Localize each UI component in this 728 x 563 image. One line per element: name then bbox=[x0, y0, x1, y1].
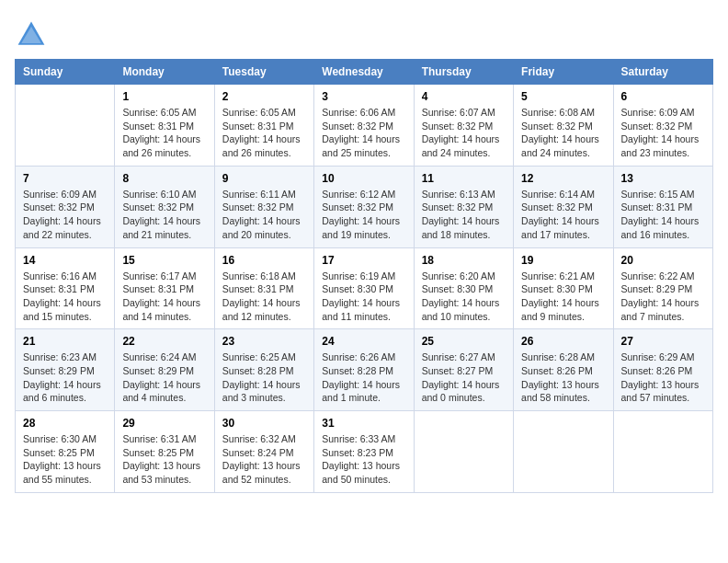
day-number: 12 bbox=[521, 172, 605, 185]
day-number: 26 bbox=[521, 335, 605, 348]
day-number: 29 bbox=[122, 417, 206, 430]
calendar-cell: 2Sunrise: 6:05 AMSunset: 8:31 PMDaylight… bbox=[214, 85, 313, 167]
day-info: Sunrise: 6:11 AMSunset: 8:32 PMDaylight:… bbox=[222, 188, 306, 242]
calendar-table: SundayMondayTuesdayWednesdayThursdayFrid… bbox=[15, 59, 713, 493]
day-number: 16 bbox=[222, 254, 306, 267]
day-info: Sunrise: 6:31 AMSunset: 8:25 PMDaylight:… bbox=[122, 432, 206, 487]
day-number: 8 bbox=[122, 172, 206, 185]
calendar-cell: 6Sunrise: 6:09 AMSunset: 8:32 PMDaylight… bbox=[613, 85, 712, 167]
logo-icon bbox=[15, 18, 48, 52]
week-row-2: 7Sunrise: 6:09 AMSunset: 8:32 PMDaylight… bbox=[16, 166, 713, 247]
day-info: Sunrise: 6:21 AMSunset: 8:30 PMDaylight:… bbox=[521, 270, 605, 324]
header-row: SundayMondayTuesdayWednesdayThursdayFrid… bbox=[16, 60, 713, 85]
day-number: 13 bbox=[621, 172, 705, 185]
day-info: Sunrise: 6:30 AMSunset: 8:25 PMDaylight:… bbox=[23, 432, 107, 487]
header-cell-thursday: Thursday bbox=[414, 60, 513, 85]
day-number: 1 bbox=[122, 90, 206, 103]
day-number: 15 bbox=[122, 254, 206, 267]
header-cell-saturday: Saturday bbox=[613, 60, 712, 85]
day-number: 3 bbox=[322, 90, 405, 103]
day-info: Sunrise: 6:08 AMSunset: 8:32 PMDaylight:… bbox=[521, 106, 605, 160]
calendar-cell bbox=[514, 411, 613, 493]
day-info: Sunrise: 6:13 AMSunset: 8:32 PMDaylight:… bbox=[422, 188, 506, 242]
day-info: Sunrise: 6:17 AMSunset: 8:31 PMDaylight:… bbox=[122, 270, 206, 324]
week-row-3: 14Sunrise: 6:16 AMSunset: 8:31 PMDayligh… bbox=[16, 247, 713, 329]
day-number: 28 bbox=[23, 417, 107, 430]
calendar-cell: 29Sunrise: 6:31 AMSunset: 8:25 PMDayligh… bbox=[115, 411, 214, 493]
day-number: 31 bbox=[322, 417, 405, 430]
calendar-cell: 8Sunrise: 6:10 AMSunset: 8:32 PMDaylight… bbox=[115, 166, 214, 247]
week-row-1: 1Sunrise: 6:05 AMSunset: 8:31 PMDaylight… bbox=[16, 85, 713, 167]
logo bbox=[15, 18, 51, 52]
day-info: Sunrise: 6:18 AMSunset: 8:31 PMDaylight:… bbox=[222, 270, 306, 324]
calendar-header: SundayMondayTuesdayWednesdayThursdayFrid… bbox=[16, 60, 713, 85]
day-number: 30 bbox=[222, 417, 306, 430]
day-info: Sunrise: 6:05 AMSunset: 8:31 PMDaylight:… bbox=[122, 106, 206, 160]
calendar-cell: 7Sunrise: 6:09 AMSunset: 8:32 PMDaylight… bbox=[16, 166, 115, 247]
day-number: 20 bbox=[621, 254, 705, 267]
day-number: 21 bbox=[23, 335, 107, 348]
day-number: 14 bbox=[23, 254, 107, 267]
day-info: Sunrise: 6:10 AMSunset: 8:32 PMDaylight:… bbox=[122, 188, 206, 242]
calendar-cell bbox=[613, 411, 712, 493]
calendar-cell: 20Sunrise: 6:22 AMSunset: 8:29 PMDayligh… bbox=[613, 247, 712, 329]
day-info: Sunrise: 6:07 AMSunset: 8:32 PMDaylight:… bbox=[422, 106, 506, 160]
calendar-cell: 14Sunrise: 6:16 AMSunset: 8:31 PMDayligh… bbox=[16, 247, 115, 329]
calendar-cell: 10Sunrise: 6:12 AMSunset: 8:32 PMDayligh… bbox=[314, 166, 414, 247]
day-number: 11 bbox=[422, 172, 506, 185]
calendar-cell: 18Sunrise: 6:20 AMSunset: 8:30 PMDayligh… bbox=[414, 247, 513, 329]
day-number: 17 bbox=[322, 254, 405, 267]
day-info: Sunrise: 6:16 AMSunset: 8:31 PMDaylight:… bbox=[23, 270, 107, 324]
page-header bbox=[15, 15, 713, 52]
day-number: 23 bbox=[222, 335, 306, 348]
header-cell-wednesday: Wednesday bbox=[314, 60, 414, 85]
calendar-cell bbox=[414, 411, 513, 493]
day-number: 9 bbox=[222, 172, 306, 185]
calendar-cell: 28Sunrise: 6:30 AMSunset: 8:25 PMDayligh… bbox=[16, 411, 115, 493]
day-info: Sunrise: 6:26 AMSunset: 8:28 PMDaylight:… bbox=[322, 350, 405, 405]
week-row-4: 21Sunrise: 6:23 AMSunset: 8:29 PMDayligh… bbox=[16, 329, 713, 411]
day-info: Sunrise: 6:09 AMSunset: 8:32 PMDaylight:… bbox=[621, 106, 705, 160]
day-info: Sunrise: 6:28 AMSunset: 8:26 PMDaylight:… bbox=[521, 350, 605, 405]
calendar-cell: 26Sunrise: 6:28 AMSunset: 8:26 PMDayligh… bbox=[514, 329, 613, 411]
day-number: 10 bbox=[322, 172, 405, 185]
calendar-cell: 30Sunrise: 6:32 AMSunset: 8:24 PMDayligh… bbox=[214, 411, 313, 493]
calendar-cell: 23Sunrise: 6:25 AMSunset: 8:28 PMDayligh… bbox=[214, 329, 313, 411]
header-cell-friday: Friday bbox=[514, 60, 613, 85]
week-row-5: 28Sunrise: 6:30 AMSunset: 8:25 PMDayligh… bbox=[16, 411, 713, 493]
day-info: Sunrise: 6:14 AMSunset: 8:32 PMDaylight:… bbox=[521, 188, 605, 242]
calendar-cell bbox=[16, 85, 115, 167]
day-info: Sunrise: 6:05 AMSunset: 8:31 PMDaylight:… bbox=[222, 106, 306, 160]
calendar-cell: 11Sunrise: 6:13 AMSunset: 8:32 PMDayligh… bbox=[414, 166, 513, 247]
day-number: 27 bbox=[621, 335, 705, 348]
day-info: Sunrise: 6:23 AMSunset: 8:29 PMDaylight:… bbox=[23, 350, 107, 405]
day-number: 24 bbox=[322, 335, 405, 348]
day-info: Sunrise: 6:06 AMSunset: 8:32 PMDaylight:… bbox=[322, 106, 405, 160]
day-number: 25 bbox=[422, 335, 506, 348]
day-info: Sunrise: 6:32 AMSunset: 8:24 PMDaylight:… bbox=[222, 432, 306, 487]
day-number: 19 bbox=[521, 254, 605, 267]
calendar-cell: 1Sunrise: 6:05 AMSunset: 8:31 PMDaylight… bbox=[115, 85, 214, 167]
day-info: Sunrise: 6:12 AMSunset: 8:32 PMDaylight:… bbox=[322, 188, 405, 242]
calendar-cell: 3Sunrise: 6:06 AMSunset: 8:32 PMDaylight… bbox=[314, 85, 414, 167]
day-number: 18 bbox=[422, 254, 506, 267]
calendar-body: 1Sunrise: 6:05 AMSunset: 8:31 PMDaylight… bbox=[16, 85, 713, 493]
day-info: Sunrise: 6:25 AMSunset: 8:28 PMDaylight:… bbox=[222, 350, 306, 405]
day-info: Sunrise: 6:09 AMSunset: 8:32 PMDaylight:… bbox=[23, 188, 107, 242]
day-info: Sunrise: 6:22 AMSunset: 8:29 PMDaylight:… bbox=[621, 270, 705, 324]
day-number: 4 bbox=[422, 90, 506, 103]
day-info: Sunrise: 6:33 AMSunset: 8:23 PMDaylight:… bbox=[322, 432, 405, 487]
day-info: Sunrise: 6:29 AMSunset: 8:26 PMDaylight:… bbox=[621, 350, 705, 405]
day-number: 2 bbox=[222, 90, 306, 103]
day-info: Sunrise: 6:20 AMSunset: 8:30 PMDaylight:… bbox=[422, 270, 506, 324]
calendar-cell: 21Sunrise: 6:23 AMSunset: 8:29 PMDayligh… bbox=[16, 329, 115, 411]
day-number: 22 bbox=[122, 335, 206, 348]
header-cell-tuesday: Tuesday bbox=[214, 60, 313, 85]
day-info: Sunrise: 6:24 AMSunset: 8:29 PMDaylight:… bbox=[122, 350, 206, 405]
header-cell-sunday: Sunday bbox=[16, 60, 115, 85]
calendar-cell: 12Sunrise: 6:14 AMSunset: 8:32 PMDayligh… bbox=[514, 166, 613, 247]
calendar-cell: 25Sunrise: 6:27 AMSunset: 8:27 PMDayligh… bbox=[414, 329, 513, 411]
day-info: Sunrise: 6:27 AMSunset: 8:27 PMDaylight:… bbox=[422, 350, 506, 405]
calendar-cell: 22Sunrise: 6:24 AMSunset: 8:29 PMDayligh… bbox=[115, 329, 214, 411]
calendar-cell: 17Sunrise: 6:19 AMSunset: 8:30 PMDayligh… bbox=[314, 247, 414, 329]
